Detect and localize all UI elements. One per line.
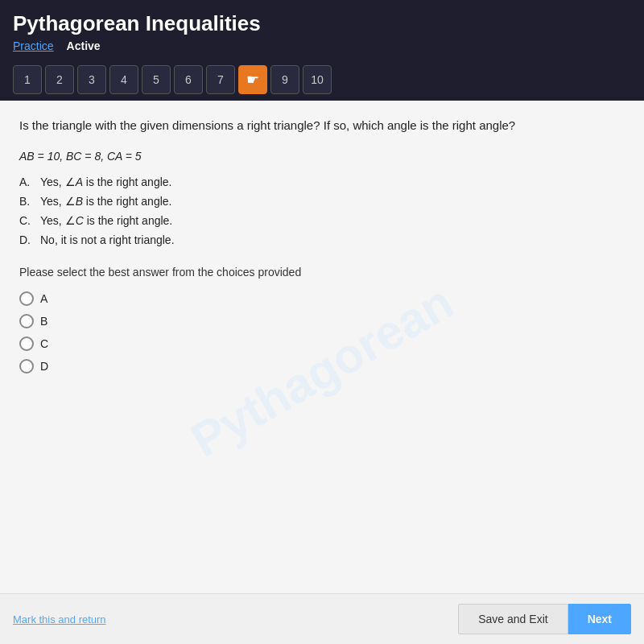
- footer: Mark this and return Save and Exit Next: [0, 593, 644, 644]
- page-btn-10[interactable]: 10: [303, 65, 332, 94]
- select-prompt: Please select the best answer from the c…: [19, 266, 625, 279]
- radio-label-b: B: [40, 315, 47, 328]
- choice-c-letter: C.: [19, 214, 35, 227]
- page-btn-8[interactable]: ☛: [238, 65, 267, 94]
- practice-link[interactable]: Practice: [13, 39, 54, 52]
- content-inner: Is the triangle with the given dimension…: [19, 117, 625, 374]
- choice-a: A. Yes, ∠A is the right angle.: [19, 175, 625, 188]
- next-button[interactable]: Next: [568, 604, 631, 634]
- radio-option-b[interactable]: B: [19, 314, 625, 328]
- page-btn-3[interactable]: 3: [77, 65, 106, 94]
- page-btn-5[interactable]: 5: [142, 65, 171, 94]
- choice-d-text: No, it is not a right triangle.: [40, 233, 175, 246]
- choice-d-letter: D.: [19, 233, 35, 246]
- choice-b-letter: B.: [19, 195, 35, 208]
- save-exit-button[interactable]: Save and Exit: [458, 604, 568, 634]
- radio-option-c[interactable]: C: [19, 336, 625, 351]
- radio-options: A B C D: [19, 291, 625, 374]
- given-info: AB = 10, BC = 8, CA = 5: [19, 150, 625, 163]
- page-btn-2[interactable]: 2: [45, 65, 74, 94]
- main-content: Pythagorean Is the triangle with the giv…: [0, 101, 644, 593]
- footer-buttons: Save and Exit Next: [458, 604, 631, 634]
- active-label: Active: [67, 39, 101, 52]
- choice-a-text: Yes, ∠A is the right angle.: [40, 175, 171, 188]
- choice-b: B. Yes, ∠B is the right angle.: [19, 195, 625, 208]
- choice-d: D. No, it is not a right triangle.: [19, 233, 625, 246]
- radio-label-a: A: [40, 292, 47, 305]
- radio-label-d: D: [40, 360, 48, 373]
- radio-circle-c[interactable]: [19, 336, 34, 351]
- question-text: Is the triangle with the given dimension…: [19, 117, 625, 135]
- page-btn-7[interactable]: 7: [206, 65, 235, 94]
- mark-return-link[interactable]: Mark this and return: [13, 613, 106, 625]
- page-btn-6[interactable]: 6: [174, 65, 203, 94]
- header-sub: Practice Active: [13, 39, 631, 59]
- page-btn-9[interactable]: 9: [270, 65, 299, 94]
- radio-circle-b[interactable]: [19, 314, 34, 328]
- choice-c: C. Yes, ∠C is the right angle.: [19, 214, 625, 227]
- radio-circle-d[interactable]: [19, 359, 34, 374]
- choice-c-text: Yes, ∠C is the right angle.: [40, 214, 172, 227]
- page-btn-1[interactable]: 1: [13, 65, 42, 94]
- radio-label-c: C: [40, 337, 48, 350]
- choices-list: A. Yes, ∠A is the right angle. B. Yes, ∠…: [19, 175, 625, 246]
- page-btn-4[interactable]: 4: [109, 65, 138, 94]
- choice-b-text: Yes, ∠B is the right angle.: [40, 195, 171, 208]
- pagination-bar: 1 2 3 4 5 6 7 ☛ 9 10: [0, 59, 644, 101]
- page-title: Pythagorean Inequalities: [13, 11, 631, 36]
- radio-option-a[interactable]: A: [19, 291, 625, 306]
- app-header: Pythagorean Inequalities Practice Active: [0, 0, 644, 59]
- radio-circle-a[interactable]: [19, 291, 34, 306]
- radio-option-d[interactable]: D: [19, 359, 625, 374]
- choice-a-letter: A.: [19, 175, 35, 188]
